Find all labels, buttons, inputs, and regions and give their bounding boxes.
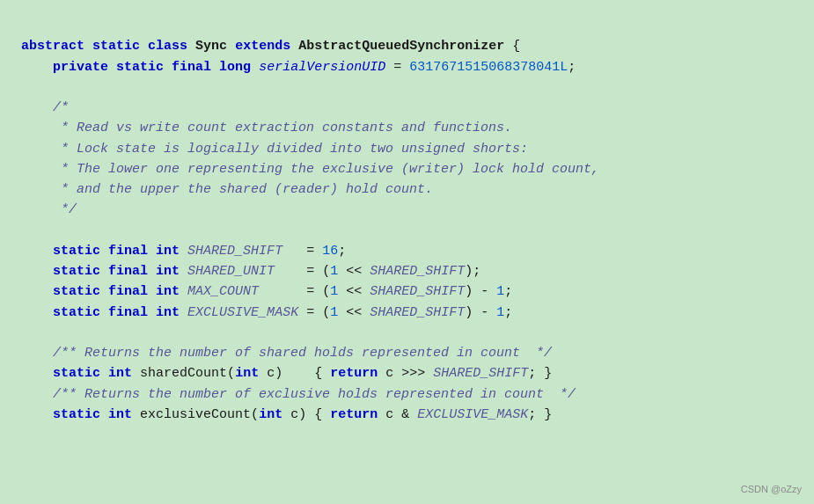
kw-int4: int [156,305,180,320]
comment-line-3: * The lower one representing the exclusi… [61,162,599,177]
num-1c: 1 [496,284,504,299]
comment-javadoc-1: /** Returns the number of shared holds r… [53,346,552,361]
kw-private: private [53,60,108,75]
kw-static6: static [53,305,100,320]
kw-extends: extends [235,39,290,54]
kw-int8: int [259,407,282,422]
extends-classname: AbstractQueuedSynchronizer [298,39,504,54]
comment-line-2: * Lock state is logically divided into t… [61,142,528,157]
kw-int2: int [156,264,180,279]
kw-final3: final [108,264,148,279]
comment-line-4: * and the upper the shared (reader) hold… [61,182,433,197]
kw-final4: final [108,284,148,299]
comment-line-1: * Read vs write count extraction constan… [61,121,512,135]
kw-abstract: abstract [21,39,84,54]
num-16: 16 [322,244,338,259]
kw-static: static [92,39,140,54]
num-1b: 1 [330,284,338,299]
const-exclusive-mask: EXCLUSIVE_MASK [187,305,298,320]
ref-shared-shift4: SHARED_SHIFT [433,366,528,381]
field-serialversionuid: serialVersionUID [259,60,385,75]
comment-block-1: /* [53,100,69,115]
const-shared-shift: SHARED_SHIFT [187,244,282,259]
kw-class: class [148,39,187,54]
ref-shared-shift1: SHARED_SHIFT [370,264,465,279]
kw-int1: int [156,244,180,259]
kw-static7: static [53,366,100,381]
serial-number: 6317671515068378041L [409,60,568,75]
kw-final2: final [108,244,148,259]
classname-sync: Sync [195,39,227,54]
kw-static3: static [53,244,100,259]
kw-return1: return [330,366,378,381]
kw-static5: static [53,284,100,299]
const-shared-unit: SHARED_UNIT [187,264,275,279]
kw-static4: static [53,264,100,279]
ref-exclusive-mask: EXCLUSIVE_MASK [417,407,528,422]
comment-javadoc-2: /** Returns the number of exclusive hold… [53,387,576,402]
ref-shared-shift2: SHARED_SHIFT [370,284,465,299]
num-1e: 1 [496,305,504,320]
num-1d: 1 [330,305,338,320]
const-max-count: MAX_COUNT [187,284,259,299]
watermark-label: CSDN @oZzy [741,482,802,497]
ref-shared-shift3: SHARED_SHIFT [370,305,465,320]
kw-int7: int [108,407,132,422]
kw-long: long [219,60,251,75]
comment-block-end: */ [61,202,77,217]
kw-return2: return [330,407,378,422]
kw-final: final [172,60,211,75]
num-1a: 1 [330,264,338,279]
kw-int5: int [108,366,132,381]
kw-static2: static [116,60,164,75]
kw-final5: final [108,305,148,320]
kw-int3: int [156,284,180,299]
method-sharedcount: sharedCount [140,366,227,381]
kw-static8: static [53,407,100,422]
code-display: abstract static class Sync extends Abstr… [21,16,793,425]
kw-int6: int [235,366,259,381]
method-exclusivecount: exclusiveCount [140,407,251,422]
